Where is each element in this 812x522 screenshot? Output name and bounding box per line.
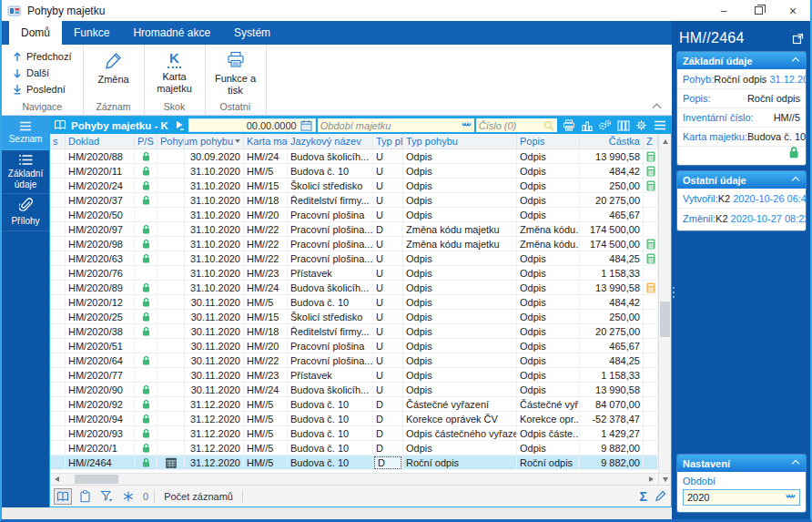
tab-funkce[interactable]: Funkce	[62, 21, 121, 45]
table-row[interactable]: HM/2020/1230.11.2020HM//5Budova č. 10UOd…	[50, 295, 658, 310]
freeze-icon[interactable]	[119, 488, 137, 505]
table-row[interactable]: HM/2020/8830.09.2020HM//24Budova školicí…	[50, 149, 658, 164]
field-label: Popis:	[683, 93, 711, 104]
table-row[interactable]: HM/2020/2530.11.2020HM//15Školicí středi…	[50, 310, 658, 324]
period-filter-input[interactable]: Období majetku	[318, 118, 474, 132]
horizontal-scrollbar[interactable]	[50, 473, 671, 485]
window-title: Pohyby majetku	[27, 5, 105, 17]
calendar-icon[interactable]	[300, 119, 312, 131]
column-header-pohyb[interactable]: Pohyb	[157, 134, 185, 148]
column-header-p-s[interactable]: P/S	[135, 134, 157, 148]
record-id-title: HM//2464	[679, 30, 745, 46]
menu-icon[interactable]	[652, 118, 667, 133]
chart-icon[interactable]	[579, 118, 594, 133]
search-icon[interactable]	[543, 120, 554, 131]
table-row[interactable]: HM/2020/9231.12.2020HM//5Budova č. 10DČá…	[50, 397, 658, 412]
column-header-karta-maje[interactable]: Karta maje	[244, 134, 288, 148]
sidebar-item-seznam[interactable]: Seznam	[2, 116, 49, 150]
play-icon[interactable]	[174, 120, 187, 130]
tab-hromadne-akce[interactable]: Hromadné akce	[121, 21, 222, 45]
table-row[interactable]: HM/2020/131.12.2020HM//5Budova č. 10DOdp…	[50, 441, 658, 455]
filter-icon[interactable]	[97, 488, 116, 505]
minimize-button[interactable]: –	[706, 0, 741, 21]
table-row[interactable]: HM/2020/9731.10.2020HM//22Pracovní ploši…	[50, 222, 658, 237]
column-header-doklad[interactable]: Doklad	[66, 134, 135, 148]
restore-button[interactable]	[741, 0, 776, 21]
table-row[interactable]: HM/2020/1131.10.2020HM//5Budova č. 10UOd…	[50, 164, 658, 179]
table-row[interactable]: HM/2020/8931.10.2020HM//24Budova školicí…	[50, 281, 658, 295]
table-row[interactable]: HM/2020/7730.11.2020HM//23PřístavekUOdpi…	[50, 368, 658, 383]
close-button[interactable]: ×	[776, 0, 810, 21]
obdobi-input[interactable]: 2020	[683, 489, 800, 506]
calc-icon	[646, 166, 655, 177]
records-count-label: Počet záznamů	[158, 491, 239, 502]
lock-icon	[141, 166, 151, 177]
funkce-a-tisk-button[interactable]: Funkce a tisk	[209, 46, 262, 99]
view-book-icon[interactable]	[54, 488, 72, 505]
lock-icon	[787, 146, 800, 159]
table-row[interactable]: HM/2020/6331.10.2020HM//22Pracovní ploši…	[50, 251, 658, 266]
scroll-up-button[interactable]	[658, 134, 671, 149]
table-row[interactable]: HM/2020/3830.11.2020HM//18Ředitelství fi…	[50, 324, 658, 339]
table-row[interactable]: HM/2020/5130.11.2020HM//20Pracovní ploši…	[50, 339, 658, 353]
gears-icon[interactable]	[597, 118, 613, 133]
edit-icon[interactable]	[655, 489, 667, 504]
column-header-s[interactable]: s	[50, 134, 66, 148]
vertical-scrollbar-thumb[interactable]	[660, 302, 670, 337]
scroll-down-button[interactable]	[658, 474, 671, 485]
title-bar: Pohyby majetku – ×	[2, 0, 810, 21]
open-in-window-icon[interactable]	[792, 33, 804, 45]
column-header-castka[interactable]: Částka	[580, 134, 644, 148]
collapse-chevron-icon[interactable]	[793, 178, 800, 183]
printer-icon[interactable]	[561, 118, 576, 133]
column-header-typ-pohybu[interactable]: Typ pohybu	[403, 134, 517, 148]
table-row[interactable]: HM/2020/9331.12.2020HM//5Budova č. 10DOd…	[50, 426, 658, 441]
dropdown-icon[interactable]	[786, 494, 796, 501]
clipboard-icon[interactable]	[76, 488, 94, 505]
settings-icon[interactable]	[634, 118, 649, 133]
table-row[interactable]: HM/2020/9831.10.2020HM//22Pracovní ploši…	[50, 237, 658, 251]
table-row[interactable]: HM/2020/7631.10.2020HM//23PřístavekUOdpi…	[50, 266, 658, 281]
record-lock-indicator	[677, 147, 806, 162]
dalsi-button[interactable]: Další	[9, 67, 76, 79]
collapse-chevron-icon[interactable]	[793, 58, 800, 64]
tab-domu[interactable]: Domů	[9, 21, 62, 45]
dropdown-icon[interactable]	[462, 122, 472, 129]
column-header-typ-planu[interactable]: Typ plánu	[373, 134, 403, 148]
section-title: Nastavení	[683, 458, 730, 469]
sum-icon[interactable]: Σ	[640, 489, 647, 504]
column-header-z[interactable]: Z	[644, 134, 658, 148]
columns-icon[interactable]	[615, 118, 631, 133]
table-row[interactable]: HM/2020/3731.10.2020HM//18Ředitelství fi…	[50, 193, 658, 208]
table-row[interactable]: HM/2020/9030.11.2020HM//24Budova školicí…	[50, 383, 658, 397]
detail-field-row: Popis:Roční odpis	[677, 89, 806, 108]
table-row[interactable]: HM/2020/5031.10.2020HM//20Pracovní ploši…	[50, 208, 658, 222]
number-filter-input[interactable]: Číslo (0)	[476, 118, 557, 132]
tab-system[interactable]: Systém	[222, 21, 282, 45]
zmena-button[interactable]: Změna	[87, 46, 140, 99]
karta-majetku-button[interactable]: K Karta majetku	[148, 46, 201, 99]
panel-splitter-handle[interactable]	[672, 287, 675, 298]
table-row[interactable]: HM//246431.12.2020HM//5Budova č. 10DRočn…	[50, 455, 658, 470]
scroll-left-button[interactable]	[50, 474, 64, 485]
sidebar-item-zakladni-udaje[interactable]: Základní údaje	[2, 150, 49, 194]
date-filter-input[interactable]: 00.00.0000	[188, 118, 316, 132]
section-title: Ostatní údaje	[683, 175, 746, 186]
horizontal-scrollbar-thumb[interactable]	[75, 475, 118, 484]
ribbon-collapse-chevron[interactable]	[654, 102, 663, 109]
column-header-jazykovy-nazev[interactable]: Jazykový název	[288, 134, 373, 148]
table-row[interactable]: HM/2020/9431.12.2020HM//5Budova č. 10DKo…	[50, 412, 658, 426]
column-header-popis[interactable]: Popis	[517, 134, 580, 148]
posledni-button[interactable]: Poslední	[9, 83, 76, 96]
sidebar-item-prilohy[interactable]: Přílohy	[2, 194, 49, 231]
focused-cell[interactable]: D	[374, 456, 401, 469]
lock-icon	[141, 224, 151, 235]
vertical-scrollbar[interactable]	[658, 149, 671, 473]
scroll-right-button[interactable]	[645, 474, 658, 485]
ribbon-group-label: Navigace	[5, 99, 79, 115]
collapse-chevron-icon[interactable]	[793, 461, 800, 466]
table-row[interactable]: HM/2020/6430.11.2020HM//22Pracovní ploši…	[50, 353, 658, 368]
column-header-datum-pohybu[interactable]: Datum pohybu	[185, 134, 244, 148]
predchozi-button[interactable]: Předchozí	[9, 50, 76, 63]
table-row[interactable]: HM/2020/2431.10.2020HM//15Školicí středi…	[50, 179, 658, 193]
